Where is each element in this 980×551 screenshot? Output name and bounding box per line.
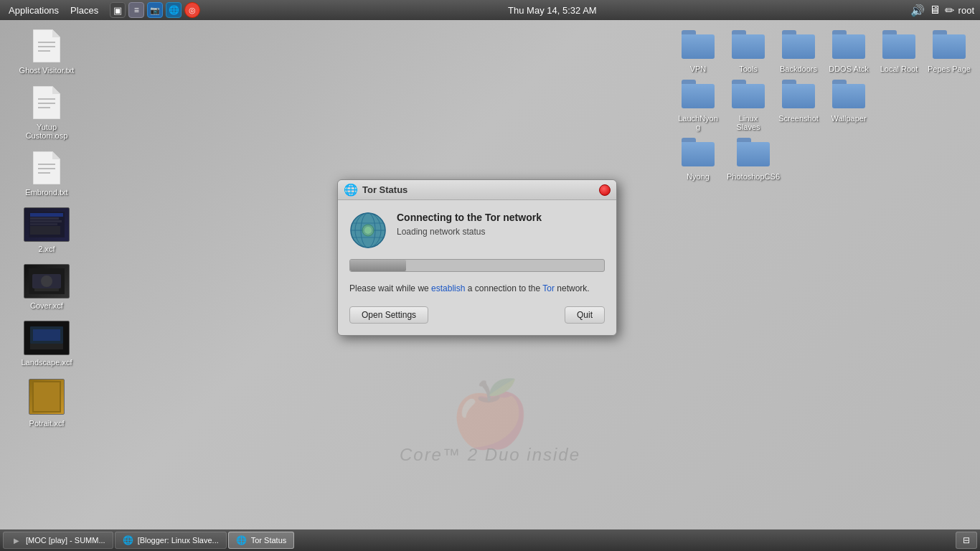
wallpaper-folder-icon[interactable]: Wallpaper	[825, 77, 872, 132]
svg-rect-24	[34, 288, 59, 291]
chrome-symbol: ◎	[189, 6, 196, 15]
svg-rect-28	[33, 329, 60, 341]
dialog-close-button[interactable]	[599, 184, 611, 196]
dialog-title-text: Tor Status	[362, 184, 407, 195]
nyong-folder-shape	[682, 138, 715, 166]
moc-taskbar-item[interactable]: ▶ [MOC [play] - SUMM...	[3, 532, 113, 549]
screenshot-symbol: 📷	[150, 6, 160, 15]
tor-task-label: Tor Status	[251, 536, 287, 545]
pepespage-folder-shape	[933, 30, 966, 59]
localroot-folder-icon[interactable]: Local Root	[875, 27, 923, 74]
dialog-subtext: Loading network status	[397, 227, 605, 237]
taskbar: ▶ [MOC [play] - SUMM... 🌐 [Blogger: Linu…	[0, 529, 980, 551]
2-xcf-label: 2.xcf	[36, 244, 57, 254]
ghost-visitor-icon[interactable]: Ghost Visitor.txt	[14, 29, 79, 75]
localroot-folder-label: Local Root	[878, 64, 920, 74]
embrond-label: Embrond.txt	[23, 187, 70, 197]
tools-folder-icon[interactable]: Tools	[725, 27, 772, 74]
screenshot-folder-label: Screenshot	[776, 113, 821, 123]
terminal-panel-icon[interactable]: ▣	[110, 2, 126, 18]
ghost-visitor-label: Ghost Visitor.txt	[17, 65, 77, 75]
desktop-icons-right: VPN Tools Backdoors DDOS Atck	[674, 27, 973, 184]
lauchnyong-folder-icon[interactable]: LauchNyong	[674, 77, 722, 132]
ddos-folder-label: DDOS Atck	[826, 64, 871, 74]
panel-app-icons: ▣ ≡ 📷 🌐 ◎	[110, 2, 200, 18]
embrond-file-svg	[33, 151, 60, 184]
photoshopcs6-folder-icon[interactable]: PhotoshopCS6	[725, 135, 782, 182]
backdoors-folder-label: Backdoors	[778, 64, 819, 74]
svg-marker-6	[52, 86, 60, 94]
photoshopcs6-folder-label: PhotoshopCS6	[725, 171, 782, 182]
lauchnyong-folder-label: LauchNyong	[674, 113, 722, 132]
linuxslaves-folder-label: Linux Slaves	[725, 113, 772, 132]
linuxslaves-folder-shape	[732, 80, 765, 108]
svg-marker-1	[52, 29, 60, 37]
terminal-symbol: ▣	[113, 5, 122, 16]
landscape-xcf-icon[interactable]: Landscape.xcf	[14, 321, 79, 367]
display-icon[interactable]: 🖥	[929, 4, 941, 17]
svg-rect-20	[30, 226, 60, 235]
volume-icon[interactable]: 🔊	[910, 4, 925, 17]
pen-icon[interactable]: ✏	[945, 4, 954, 17]
potrait-xcf-label: Potrait.xcf	[27, 418, 67, 428]
embrond-icon[interactable]: Embrond.txt	[14, 151, 79, 197]
notes-symbol: ≡	[134, 5, 139, 15]
cover-xcf-label: Cover.xcf	[28, 301, 65, 311]
tor-taskbar-item[interactable]: 🌐 Tor Status	[228, 532, 295, 549]
open-settings-button[interactable]: Open Settings	[349, 306, 428, 324]
pepespage-folder-icon[interactable]: Pepes Page	[925, 27, 973, 74]
watermark: 🍎 Core™ 2 Duo inside	[400, 377, 580, 465]
tor-title-icon: 🌐	[344, 183, 358, 197]
dialog-title-center: 🌐 Tor Status	[344, 183, 407, 197]
quit-button[interactable]: Quit	[565, 306, 605, 324]
taskbar-right-icon: ⊟	[963, 535, 970, 545]
screenshot-folder-icon[interactable]: Screenshot	[775, 77, 822, 132]
tor-task-icon: 🌐	[236, 534, 248, 546]
backdoors-folder-shape	[782, 30, 815, 59]
desktop-icons-left: Ghost Visitor.txt Yutup Custom.osp	[14, 29, 79, 428]
yutup-custom-icon[interactable]: Yutup Custom.osp	[14, 85, 79, 141]
screenshot-panel-icon[interactable]: 📷	[147, 2, 163, 18]
blogger-taskbar-item[interactable]: 🌐 [Blogger: Linux Slave...	[115, 532, 227, 549]
chrome-panel-icon[interactable]: ◎	[184, 2, 200, 18]
blogger-task-label: [Blogger: Linux Slave...	[138, 536, 219, 545]
svg-rect-30	[34, 382, 60, 411]
pepespage-folder-label: Pepes Page	[925, 64, 973, 74]
svg-point-23	[41, 276, 52, 287]
applications-menu[interactable]: Applications	[4, 4, 63, 17]
dialog-titlebar: 🌐 Tor Status	[338, 180, 616, 200]
dialog-description: Please wait while we establish a connect…	[349, 282, 605, 295]
top-panel: Applications Places ▣ ≡ 📷 🌐 ◎	[0, 0, 980, 20]
cover-xcf-icon[interactable]: Cover.xcf	[14, 264, 79, 311]
username-label: root	[958, 5, 974, 16]
taskbar-right: ⊟	[956, 532, 977, 549]
svg-rect-19	[30, 223, 57, 225]
blogger-task-icon: 🌐	[123, 534, 134, 546]
browser-panel-icon[interactable]: 🌐	[166, 2, 182, 18]
photoshopcs6-folder-shape	[737, 138, 770, 166]
potrait-xcf-icon[interactable]: Potrait.xcf	[14, 377, 79, 428]
dialog-text-area: Connecting to the Tor network Loading ne…	[397, 212, 605, 237]
places-menu[interactable]: Places	[66, 4, 103, 17]
localroot-folder-shape	[882, 30, 915, 59]
backdoors-folder-icon[interactable]: Backdoors	[775, 27, 822, 74]
tor-status-dialog[interactable]: 🌐 Tor Status	[337, 179, 617, 336]
nyong-folder-icon[interactable]: Nyong	[674, 135, 722, 182]
ddos-folder-icon[interactable]: DDOS Atck	[825, 27, 872, 74]
svg-rect-16	[30, 213, 63, 217]
vpn-folder-label: VPN	[688, 64, 709, 74]
moc-task-label: [MOC [play] - SUMM...	[26, 536, 105, 545]
desktop-icons-row3: Nyong PhotoshopCS6	[674, 135, 973, 182]
cover-xcf-thumb	[24, 264, 70, 298]
2-xcf-icon[interactable]: 2.xcf	[14, 207, 79, 254]
ddos-folder-shape	[832, 30, 865, 59]
panel-right: 🔊 🖥 ✏ root	[905, 4, 980, 17]
browser-symbol: 🌐	[169, 5, 179, 15]
taskbar-right-button[interactable]: ⊟	[956, 532, 977, 549]
svg-point-39	[364, 227, 372, 234]
svg-rect-18	[30, 220, 62, 222]
vpn-folder-icon[interactable]: VPN	[674, 27, 722, 74]
progress-bar-fill	[350, 260, 406, 271]
linuxslaves-folder-icon[interactable]: Linux Slaves	[725, 77, 772, 132]
notes-panel-icon[interactable]: ≡	[128, 2, 144, 18]
